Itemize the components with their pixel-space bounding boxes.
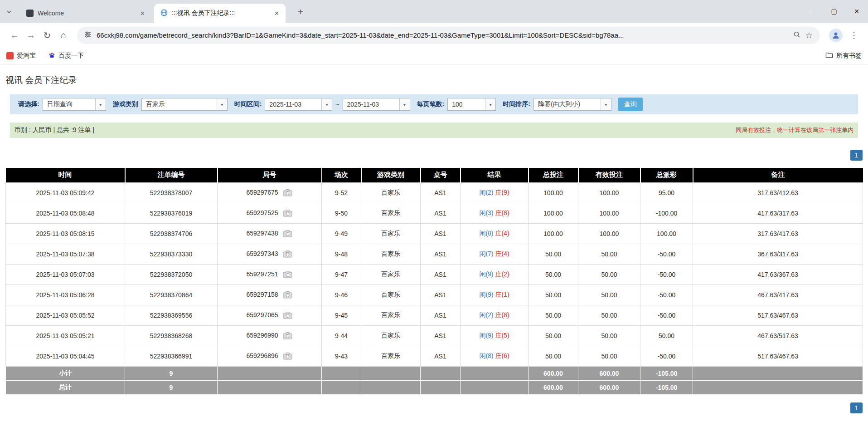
page-number-button-bottom[interactable]: 1	[850, 402, 863, 413]
table-row: 2025-11-03 05:05:52 522938369556 6592970…	[6, 305, 863, 325]
tab-close-icon[interactable]: ✕	[272, 9, 281, 18]
empty-cell	[693, 366, 863, 380]
header-result: 结果	[461, 168, 529, 182]
empty-cell	[693, 380, 863, 394]
game-type-select[interactable]: 百家乐 ▾	[141, 98, 228, 111]
page-number-button-top[interactable]: 1	[850, 150, 863, 161]
cell-note: 517.63/467.63	[693, 305, 863, 325]
game-type-label: 游戏类别	[113, 100, 138, 108]
zoom-icon[interactable]	[793, 31, 800, 40]
cell-round: 659297065	[218, 305, 322, 325]
empty-cell	[421, 380, 461, 394]
tab-strip: Welcome ✕ :::视讯 会员下注纪录::: ✕ + – ▢ ✕	[0, 0, 868, 23]
cell-bet-id: 522938369556	[125, 305, 218, 325]
cell-valid-bet: 50.00	[578, 285, 640, 305]
cell-game-type: 百家乐	[361, 223, 421, 244]
subtotal-total-bet: 600.00	[529, 366, 578, 380]
video-replay-icon[interactable]	[283, 189, 292, 196]
cell-game-type: 百家乐	[361, 244, 421, 264]
query-type-select[interactable]: 日期查询 ▾	[43, 98, 106, 111]
profile-avatar[interactable]	[829, 29, 843, 42]
total-count: 9	[125, 380, 218, 394]
date-end-select[interactable]: 2025-11-03 ▾	[343, 98, 410, 111]
result-player: 闲(9)	[479, 291, 493, 298]
chevron-down-icon[interactable]: ▾	[321, 98, 332, 110]
back-icon[interactable]: ←	[6, 27, 23, 44]
bookmark-aitaobao[interactable]: 爱淘宝	[6, 52, 36, 60]
cell-valid-bet: 50.00	[578, 244, 640, 264]
chevron-down-icon[interactable]: ▾	[217, 98, 227, 110]
total-payout: -105.00	[640, 380, 693, 394]
menu-kebab-icon[interactable]: ⋮	[846, 30, 862, 40]
result-banker: 庄(4)	[495, 230, 509, 237]
cell-payout: 100.00	[640, 223, 693, 244]
reload-icon[interactable]: ↻	[39, 27, 55, 44]
cell-total-bet: 50.00	[529, 305, 578, 325]
close-button[interactable]: ✕	[845, 0, 868, 23]
chevron-down-icon[interactable]: ▾	[399, 98, 410, 110]
cell-round: 659296896	[218, 346, 322, 366]
per-page-select[interactable]: 100 ▾	[447, 98, 496, 111]
cell-payout: -50.00	[640, 305, 693, 325]
forward-icon[interactable]: →	[23, 27, 39, 44]
all-bookmarks[interactable]: 所有书签	[825, 52, 862, 60]
tab-betrecord[interactable]: :::视讯 会员下注纪录::: ✕	[154, 4, 286, 23]
result-banker: 庄(5)	[495, 332, 509, 339]
cell-round: 659297438	[218, 223, 322, 244]
bookmark-star-icon[interactable]: ☆	[805, 30, 813, 40]
tab-favicon	[26, 10, 34, 17]
cell-time: 2025-11-03 05:07:38	[6, 244, 125, 264]
cell-table-no: AS1	[421, 182, 461, 203]
minimize-button[interactable]: –	[800, 0, 823, 23]
video-replay-icon[interactable]	[283, 291, 292, 299]
result-banker: 庄(6)	[495, 352, 509, 359]
cell-bet-id: 522938372050	[125, 264, 218, 285]
page-title: 视讯 会员下注纪录	[5, 74, 77, 86]
video-replay-icon[interactable]	[283, 230, 292, 237]
home-icon[interactable]: ⌂	[55, 27, 72, 44]
total-valid-bet: 600.00	[578, 380, 640, 394]
search-button[interactable]: 查询	[618, 98, 643, 111]
bookmark-baidu[interactable]: 百度一下	[48, 52, 84, 60]
url-text[interactable]: 66cxkj98.com/game/betrecord_search/kind3…	[97, 31, 788, 39]
address-bar[interactable]: 66cxkj98.com/game/betrecord_search/kind3…	[77, 27, 820, 44]
video-replay-icon[interactable]	[283, 332, 292, 339]
video-replay-icon[interactable]	[283, 209, 292, 217]
date-start-value: 2025-11-03	[265, 101, 321, 108]
cell-round: 659297158	[218, 285, 322, 305]
cell-total-bet: 100.00	[529, 182, 578, 203]
cell-bet-id: 522938368268	[125, 325, 218, 346]
cell-session: 9-43	[322, 346, 361, 366]
result-banker: 庄(4)	[495, 250, 509, 257]
cell-valid-bet: 50.00	[578, 264, 640, 285]
cell-total-bet: 50.00	[529, 285, 578, 305]
video-replay-icon[interactable]	[283, 352, 292, 360]
sort-value: 降幂(由大到小)	[534, 100, 601, 108]
info-note: 同局有效投注，统一计算在该局第一张注单内	[736, 126, 853, 134]
taobao-icon	[6, 52, 14, 59]
video-replay-icon[interactable]	[283, 311, 292, 319]
subtotal-valid-bet: 600.00	[578, 366, 640, 380]
tab-close-icon[interactable]: ✕	[138, 9, 147, 18]
cell-valid-bet: 100.00	[578, 223, 640, 244]
cell-total-bet: 50.00	[529, 244, 578, 264]
baidu-paw-icon	[48, 52, 55, 60]
cell-time: 2025-11-03 05:05:52	[6, 305, 125, 325]
cell-result: 闲(8) 庄(4)	[461, 223, 529, 244]
sort-select[interactable]: 降幂(由大到小) ▾	[533, 98, 611, 111]
chevron-down-icon[interactable]	[6, 8, 12, 16]
browser-toolbar: ← → ↻ ⌂ 66cxkj98.com/game/betrecord_sear…	[0, 23, 868, 48]
tab-welcome[interactable]: Welcome ✕	[20, 4, 151, 23]
cell-valid-bet: 50.00	[578, 325, 640, 346]
cell-time: 2025-11-03 05:05:21	[6, 325, 125, 346]
cell-note: 417.63/367.63	[693, 264, 863, 285]
chevron-down-icon[interactable]: ▾	[485, 98, 495, 110]
new-tab-button[interactable]: +	[295, 6, 306, 18]
maximize-button[interactable]: ▢	[823, 0, 845, 23]
site-info-icon[interactable]	[84, 31, 92, 40]
chevron-down-icon[interactable]: ▾	[95, 98, 106, 110]
video-replay-icon[interactable]	[283, 270, 292, 278]
chevron-down-icon[interactable]: ▾	[601, 98, 611, 110]
video-replay-icon[interactable]	[283, 250, 292, 258]
date-start-select[interactable]: 2025-11-03 ▾	[265, 98, 332, 111]
